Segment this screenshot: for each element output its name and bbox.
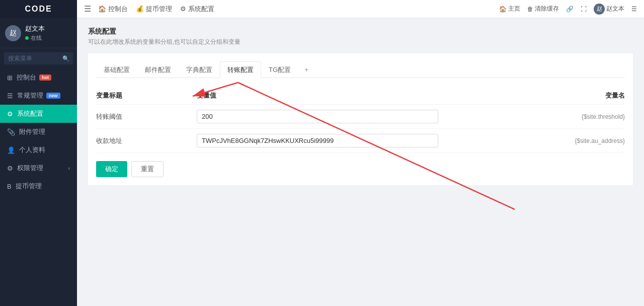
sidebar-item-label: 权限管理 [17,164,43,173]
hot-badge: hot [39,74,51,81]
coin-icon: B [7,183,12,190]
link-icon: 🔗 [566,6,574,13]
permission-icon: ⚙ [7,165,13,172]
topbar-clear-cache-btn[interactable]: 🗑 清除缓存 [527,5,559,13]
topbar-fullscreen-btn[interactable]: ⛶ [581,6,587,13]
sidebar-item-dashboard[interactable]: ⊞ 控制台 hot [0,68,77,87]
topbar-nav-label: 提币管理 [146,5,172,14]
tab-dict[interactable]: 字典配置 [179,61,220,78]
coin-nav-icon: 💰 [136,5,144,13]
topbar-right-label: 清除缓存 [535,5,559,13]
sidebar-item-permission[interactable]: ⚙ 权限管理 ‹ [0,159,77,177]
table-row: 收款地址 {$site.au_address} [96,129,625,153]
row-value [197,110,514,123]
confirm-button[interactable]: 确定 [96,161,127,177]
new-badge: new [46,93,60,99]
row-value [197,134,514,147]
attachment-icon: 📎 [7,128,15,136]
address-input[interactable] [197,134,438,147]
topbar-nav-sysconfig[interactable]: ⚙ 系统配置 [180,5,214,14]
topbar-right-label: 主页 [508,5,520,13]
topbar-right: 🏠 主页 🗑 清除缓存 🔗 ⛶ 赵 赵文本 ☰ [499,4,637,15]
table-row: 转账阈值 {$site.threshold} [96,105,625,129]
main-area: ☰ 🏠 控制台 💰 提币管理 ⚙ 系统配置 🏠 主页 🗑 清除缓存 [77,0,644,306]
status-dot [25,36,29,40]
tab-transfer[interactable]: 转账配置 [220,61,261,78]
row-var-name: {$site.threshold} [514,113,625,120]
page-description: 可以在此增改系统的变量和分组,也可以自定义分组和变量 [88,38,633,46]
page-title: 系统配置 [88,27,633,36]
tab-email[interactable]: 邮件配置 [137,61,179,78]
status-text: 在线 [31,34,42,42]
home-right-icon: 🏠 [499,6,507,13]
topbar-username: 赵文本 [606,5,624,13]
hamburger-icon[interactable]: ☰ [84,4,91,14]
threshold-input[interactable] [197,110,438,123]
sidebar-item-label: 系统配置 [17,109,43,118]
tab-add-btn[interactable]: + [299,63,313,76]
username: 赵文本 [25,24,45,33]
config-tabs: 基础配置 邮件配置 字典配置 转账配置 TG配置 + [96,61,625,78]
sidebar-item-attachment[interactable]: 📎 附件管理 [0,123,77,141]
topbar-nav: 🏠 控制台 💰 提币管理 ⚙ 系统配置 [98,5,499,14]
topbar-nav-dashboard[interactable]: 🏠 控制台 [98,5,128,14]
sidebar-item-label: 常规管理 [17,91,43,100]
col-label-header: 变量标题 [96,91,197,100]
topbar-home-btn[interactable]: 🏠 主页 [499,5,520,13]
search-icon: 🔍 [62,55,69,62]
sidebar-item-label: 控制台 [17,73,36,82]
sidebar-item-regular[interactable]: ☰ 常规管理 new [0,87,77,105]
tab-basic[interactable]: 基础配置 [96,61,137,78]
table-header: 变量标题 变量值 变量名 [96,87,625,105]
sidebar-item-profile[interactable]: 👤 个人资料 [0,141,77,159]
row-label: 收款地址 [96,136,197,145]
row-var-name: {$site.au_address} [514,137,625,144]
profile-icon: 👤 [7,146,15,154]
dashboard-icon: ⊞ [7,74,13,82]
topbar-settings-btn[interactable]: ☰ [631,6,637,13]
topbar-nav-coin[interactable]: 💰 提币管理 [136,5,172,14]
button-row: 确定 重置 [96,161,625,177]
regular-icon: ☰ [7,92,13,100]
topbar-avatar: 赵 [594,4,605,15]
col-name-header: 变量名 [514,91,625,100]
avatar: 赵 [5,25,21,41]
config-table: 变量标题 变量值 变量名 转账阈值 {$site.threshold} 收款地址 [96,87,625,153]
page-content: 系统配置 可以在此增改系统的变量和分组,也可以自定义分组和变量 基础配置 邮件配… [77,18,644,306]
config-card: 基础配置 邮件配置 字典配置 转账配置 TG配置 + 变量标题 变量值 变量名 … [88,53,633,185]
topbar-nav-label: 系统配置 [188,5,214,14]
topbar-user-btn[interactable]: 赵 赵文本 [594,4,624,15]
home-icon: 🏠 [98,5,106,13]
tab-tg[interactable]: TG配置 [261,61,298,78]
row-label: 转账阈值 [96,112,197,121]
sidebar-nav: ⊞ 控制台 hot ☰ 常规管理 new ⚙ 系统配置 📎 附件管理 👤 个人资… [0,68,77,306]
user-status: 在线 [25,34,45,42]
reset-button[interactable]: 重置 [131,161,164,177]
gear-icon: ☰ [631,6,637,13]
sysconfig-nav-icon: ⚙ [180,5,186,13]
sidebar-item-sysconfig[interactable]: ⚙ 系统配置 [0,105,77,123]
sidebar-item-label: 提币管理 [16,182,42,191]
topbar-nav-label: 控制台 [108,5,128,14]
sysconfig-icon: ⚙ [7,110,13,118]
col-value-header: 变量值 [197,91,514,100]
app-logo: CODE [0,0,77,18]
chevron-icon: ‹ [68,166,70,171]
user-info: 赵文本 在线 [25,24,45,42]
sidebar: CODE 赵 赵文本 在线 🔍 ⊞ 控制台 hot ☰ 常规管理 new ⚙ 系… [0,0,77,306]
user-profile: 赵 赵文本 在线 [0,18,77,48]
sidebar-item-label: 个人资料 [19,145,45,155]
trash-icon: 🗑 [527,6,533,13]
topbar: ☰ 🏠 控制台 💰 提币管理 ⚙ 系统配置 🏠 主页 🗑 清除缓存 [77,0,644,18]
sidebar-item-label: 附件管理 [19,127,45,136]
sidebar-search-container: 🔍 [4,52,73,64]
sidebar-item-coin[interactable]: B 提币管理 [0,177,77,195]
fullscreen-icon: ⛶ [581,6,587,13]
topbar-link-btn[interactable]: 🔗 [566,6,574,13]
